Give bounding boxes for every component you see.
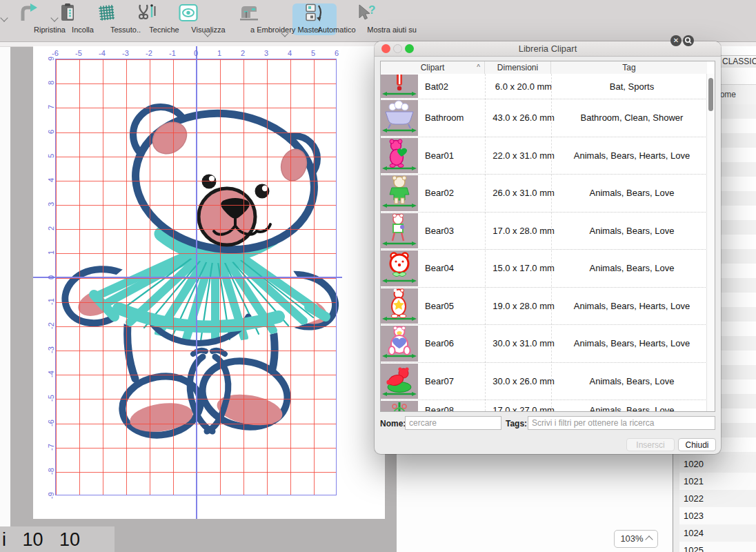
thread-number-row[interactable]: 1022 — [679, 490, 756, 507]
clipart-tags: Animals, Bears, Hearts, Love — [557, 325, 707, 362]
clipart-name: Bear06 — [419, 325, 490, 362]
x-axis-label: -3 — [122, 49, 129, 57]
y-axis-label: 6 — [47, 129, 55, 133]
thread-number: 1023 — [684, 511, 704, 521]
clipart-dimensions: 22.0 x 31.0 mm — [490, 137, 557, 175]
clipart-row[interactable]: Bat02 6.0 x 20.0 mm Bat, Sports — [381, 74, 707, 99]
close-window-button[interactable] — [381, 44, 390, 53]
column-header-dimensioni[interactable]: Dimensioni — [485, 61, 551, 74]
clipart-dimensions: 30.0 x 31.0 mm — [490, 325, 557, 362]
clipart-tags: Animals, Bears, Love — [557, 250, 707, 287]
y-axis-label: -9 — [47, 492, 55, 499]
clipart-name: Bear03 — [419, 213, 490, 250]
clipart-tags: Bathroom, Clean, Shower — [557, 99, 707, 137]
toolbar-item-incolla[interactable]: Incolla — [52, 0, 83, 39]
x-axis-label: 1 — [217, 49, 221, 57]
thread-number-row[interactable]: 1023 — [679, 507, 756, 524]
clipart-row[interactable]: Bear07 30.0 x 26.0 mm Animals, Bears, Lo… — [381, 363, 707, 401]
zoom-level-button[interactable]: 103% — [614, 530, 658, 548]
thread-number-row[interactable]: 1025 — [679, 542, 756, 552]
thread-number: 1021 — [684, 476, 704, 486]
close-button[interactable]: Chiudi — [678, 438, 716, 451]
teddy-bear-design[interactable] — [33, 46, 385, 519]
x-axis-label: 5 — [311, 49, 315, 57]
thread-number-row[interactable]: 1020 — [679, 455, 756, 473]
name-field-label: Nome: — [380, 419, 406, 428]
column-header-clipart[interactable]: Clipart ^ — [381, 61, 485, 74]
clipart-name: Bear08 — [419, 400, 490, 411]
chevron-up-icon — [645, 535, 653, 543]
x-axis-label: -4 — [99, 49, 106, 57]
y-axis-label: -7 — [47, 444, 55, 451]
bathtub-thumb-icon — [381, 100, 418, 136]
clipart-row[interactable]: Bathroom 43.0 x 26.0 mm Bathroom, Clean,… — [381, 99, 707, 137]
tags-field-label: Tags: — [506, 419, 527, 428]
column-header-tag[interactable]: Tag — [551, 61, 707, 74]
clipart-dimensions: 43.0 x 26.0 mm — [490, 99, 557, 137]
clipart-row[interactable]: Bear06 30.0 x 31.0 mm Animals, Bears, He… — [381, 325, 707, 363]
y-axis-label: 1 — [47, 250, 55, 255]
clipart-name: Bathroom — [419, 99, 490, 137]
y-axis-label: -6 — [47, 420, 55, 426]
name-search-input[interactable] — [405, 416, 501, 430]
maximize-window-button[interactable] — [405, 44, 414, 53]
clipart-dimensions: 26.0 x 31.0 mm — [490, 175, 557, 212]
clipart-tags: Animals, Bears, Love — [557, 213, 707, 250]
toolbar-item-embroidery-master[interactable]: a Embroidery Master — [212, 0, 286, 39]
clipart-dimensions: 6.0 x 20.0 mm — [490, 74, 557, 99]
toolbar-item-ripristina[interactable]: Ripristina — [7, 0, 50, 39]
y-axis-label: -1 — [47, 298, 55, 305]
toolbar-item-automatico[interactable]: Automatico — [292, 0, 337, 39]
x-axis-label: 6 — [335, 49, 339, 57]
clipart-tags: Animals, Bears, Love — [557, 175, 707, 212]
clipart-dimensions: 17.0 x 27.0 mm — [490, 400, 557, 411]
clipart-name: Bat02 — [419, 74, 490, 99]
y-axis-label: 2 — [47, 226, 55, 230]
embroidery-page[interactable]: -6-5-4-3-2-10123456 9876543210-1-2-3-4-5… — [33, 46, 385, 519]
toolbar-item-tessuto[interactable]: Tessuto.. — [87, 0, 126, 39]
thread-number-row[interactable]: 1024 — [679, 524, 756, 542]
bear08-thumb-icon — [381, 401, 418, 411]
clipart-dimensions: 19.0 x 28.0 mm — [490, 288, 557, 325]
clipart-table: Clipart ^ Dimensioni Tag Bat02 6.0 x 20.… — [380, 61, 715, 412]
close-circle-icon[interactable]: ✕ — [670, 35, 682, 46]
bear04-thumb-icon — [381, 250, 418, 286]
dialog-titlebar[interactable]: Libreria Clipart — [375, 41, 721, 57]
svg-text:?: ? — [368, 3, 375, 17]
y-axis-label: -8 — [47, 468, 55, 475]
bat-thumb-icon — [381, 75, 418, 98]
tags-filter-input[interactable] — [528, 416, 715, 430]
thread-number: 1024 — [684, 528, 704, 538]
y-axis-label: -5 — [47, 395, 55, 402]
left-panel-edge — [0, 46, 10, 552]
toolbar-item-visualizza[interactable]: Visualizza — [168, 0, 208, 39]
table-scrollbar[interactable] — [706, 74, 715, 411]
zoom-level-value: 103% — [620, 533, 643, 544]
y-axis-label: 0 — [47, 275, 55, 279]
techniques-scissors-icon — [136, 3, 157, 23]
bear05-thumb-icon — [381, 288, 418, 324]
clipart-dimensions: 15.0 x 17.0 mm — [490, 250, 557, 287]
clipart-row[interactable]: Bear03 17.0 x 28.0 mm Animals, Bears, Lo… — [381, 213, 707, 250]
minimize-window-button[interactable] — [393, 44, 402, 53]
toolbar-item-tecniche[interactable]: Tecniche — [128, 0, 164, 39]
table-scrollbar-thumb[interactable] — [708, 78, 713, 111]
table-header-row: Clipart ^ Dimensioni Tag — [381, 61, 707, 75]
clipart-row[interactable]: Bear05 19.0 x 28.0 mm Animals, Bears, He… — [381, 288, 707, 326]
view-eye-icon — [179, 3, 198, 23]
main-toolbar: Ripristina Incolla Tessuto.. Tecniche — [0, 0, 756, 42]
clipart-row[interactable]: Bear02 26.0 x 31.0 mm Animals, Bears, Lo… — [381, 175, 707, 213]
help-cursor-icon: ? — [356, 3, 377, 23]
x-axis-label: 4 — [288, 49, 292, 57]
clipart-row[interactable]: Bear04 15.0 x 17.0 mm Animals, Bears, Lo… — [381, 250, 707, 288]
zoom-circle-icon[interactable] — [683, 35, 694, 46]
clipart-row[interactable]: Bear01 22.0 x 31.0 mm Animals, Bears, He… — [381, 137, 707, 175]
toolbar-item-mostra-aiuti[interactable]: ? Mostra aiuti su — [341, 0, 392, 39]
clipart-name: Bear07 — [419, 363, 490, 400]
clipart-row[interactable]: Bear08 17.0 x 27.0 mm Animals, Bears, Lo… — [381, 400, 707, 411]
y-axis-label: -2 — [47, 322, 55, 329]
y-axis-label: -3 — [47, 346, 55, 353]
x-axis-label: -5 — [75, 49, 82, 57]
clipart-name: Bear05 — [419, 288, 490, 325]
thread-number-row[interactable]: 1021 — [679, 473, 756, 490]
